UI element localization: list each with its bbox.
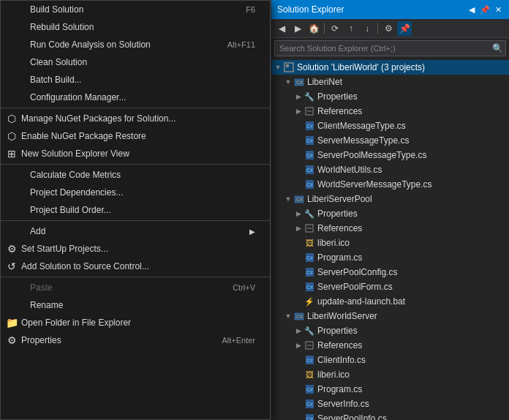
menu-item-label: Calculate Code Metrics <box>30 170 121 180</box>
properties-icon: 🔧 <box>303 208 315 220</box>
tree-item-worldservermsg[interactable]: C# WorldServerMessageType.cs <box>271 177 509 192</box>
submenu-arrow: ▶ <box>249 228 255 236</box>
properties-icon: 🔧 <box>303 91 315 102</box>
tree-item-label: ServerPoolForm.cs <box>317 282 506 292</box>
menu-run-code-analysis[interactable]: Run Code Analysis on Solution Alt+F11 <box>1 36 270 53</box>
tree-item-liberiserverpool-ico[interactable]: 🖼 liberi.ico <box>271 236 509 250</box>
cs-file-icon: C# <box>303 398 315 410</box>
cs-file-icon: C# <box>303 120 315 132</box>
tree-item-servermsg[interactable]: C# ServerMessageType.cs <box>271 133 509 148</box>
separator-1 <box>1 108 270 108</box>
search-icon: 🔍 <box>492 43 503 53</box>
tree-item-worldnet[interactable]: C# WorldNetUtils.cs <box>271 162 509 177</box>
cs-file-icon: C# <box>303 252 315 263</box>
sync-button[interactable]: ⟳ <box>328 21 342 36</box>
menu-item-label: Configuration Manager... <box>30 92 126 102</box>
svg-text:C#: C# <box>306 124 313 129</box>
menu-build-solution[interactable]: Build Solution F6 <box>1 1 270 18</box>
cs-file-icon: C# <box>303 164 315 176</box>
tree-item-liberiworldserver[interactable]: ▼ C# LiberiWorldServer <box>271 309 509 323</box>
tree-item-liberiworldserver-clientinfo[interactable]: C# ClientInfo.cs <box>271 353 509 367</box>
tree-item-liberinet[interactable]: ▼ C# LiberiNet <box>271 75 509 89</box>
tree-item-label: ServerPoolConfig.cs <box>317 267 506 277</box>
svg-text:C#: C# <box>306 168 313 173</box>
pin-active-button[interactable]: 📌 <box>397 21 412 36</box>
tree-item-liberiworldserver-props[interactable]: ▶ 🔧 Properties <box>271 323 509 338</box>
home-button[interactable]: 🏠 <box>306 21 321 36</box>
menu-open-folder[interactable]: 📁 Open Folder in File Explorer <box>1 314 270 331</box>
tree-item-liberiworldserver-serverinfo[interactable]: C# ServerInfo.cs <box>271 397 509 411</box>
se-title: Solution Explorer <box>277 4 344 15</box>
tree-item-liberiserverpool-config[interactable]: C# ServerPoolConfig.cs <box>271 265 509 280</box>
tree-item-solution[interactable]: ▼ Solution 'LiberiWorld' (3 projects) <box>271 60 509 75</box>
expand-arrow: ▶ <box>293 108 303 115</box>
menu-new-se-view[interactable]: ⊞ New Solution Explorer View <box>1 145 270 162</box>
nuget2-icon: ⬡ <box>5 130 18 143</box>
tree-item-label: liberi.ico <box>317 238 506 248</box>
tree-item-liberiserverpool-props[interactable]: ▶ 🔧 Properties <box>271 206 509 221</box>
tree-item-liberiserverpool-program[interactable]: C# Program.cs <box>271 250 509 265</box>
menu-paste[interactable]: Paste Ctrl+V <box>1 279 270 296</box>
menu-rebuild-solution[interactable]: Rebuild Solution <box>1 18 270 36</box>
forward-button[interactable]: ▶ <box>290 21 305 36</box>
separator-2 <box>1 164 270 165</box>
tree-item-label: Solution 'LiberiWorld' (3 projects) <box>297 62 506 72</box>
svg-text:C#: C# <box>306 153 313 158</box>
svg-text:C#: C# <box>306 182 313 187</box>
menu-batch-build[interactable]: Batch Build... <box>1 71 270 89</box>
tree-item-liberiserverpool[interactable]: ▼ C# LiberiServerPool <box>271 192 509 206</box>
tree-item-liberiserverpool-form[interactable]: C# ServerPoolForm.cs <box>271 280 509 294</box>
tree-item-liberiserverpool-refs[interactable]: ▶ References <box>271 221 509 236</box>
se-pin-dock-button[interactable]: 📌 <box>480 4 490 15</box>
tree-item-liberiworldserver-program[interactable]: C# Program.cs <box>271 382 509 397</box>
settings-button[interactable]: ⚙ <box>381 21 396 36</box>
menu-rename[interactable]: Rename <box>1 296 270 314</box>
tree-item-liberiworldserver-ico[interactable]: 🖼 liberi.ico <box>271 367 509 382</box>
back-button[interactable]: ◀ <box>274 21 289 36</box>
menu-item-label: Run Code Analysis on Solution <box>30 40 151 50</box>
menu-project-build-order[interactable]: Project Build Order... <box>1 201 270 219</box>
menu-config-manager[interactable]: Configuration Manager... <box>1 89 270 106</box>
tree-item-liberiworldserver-serverpoolinfo[interactable]: C# ServerPoolInfo.cs <box>271 411 509 420</box>
tree-item-serverpoolmsg[interactable]: C# ServerPoolMessageType.cs <box>271 148 509 162</box>
cs-file-icon: C# <box>303 354 315 366</box>
menu-item-label: Manage NuGet Packages for Solution... <box>21 113 176 124</box>
menu-item-label: Clean Solution <box>30 57 87 67</box>
references-icon <box>303 105 315 117</box>
next-button[interactable]: ↓ <box>360 21 374 36</box>
tree-item-label: LiberiServerPool <box>307 194 506 204</box>
search-input[interactable] <box>274 40 506 56</box>
menu-calculate-metrics[interactable]: Calculate Code Metrics <box>1 166 270 184</box>
tree-item-liberiworldserver-refs[interactable]: ▶ References <box>271 338 509 353</box>
project-icon: C# <box>293 193 305 205</box>
menu-set-startup[interactable]: ⚙ Set StartUp Projects... <box>1 240 270 258</box>
tree-item-label: Program.cs <box>317 252 506 263</box>
svg-text:C#: C# <box>296 314 303 319</box>
menu-properties[interactable]: ⚙ Properties Alt+Enter <box>1 331 270 349</box>
se-pin-button[interactable]: ◀ <box>467 4 477 15</box>
se-close-button[interactable]: ✕ <box>493 4 503 15</box>
properties-icon: ⚙ <box>5 334 18 347</box>
startup-icon: ⚙ <box>5 242 18 255</box>
tree-item-label: Properties <box>317 209 506 219</box>
menu-clean-solution[interactable]: Clean Solution <box>1 53 270 71</box>
source-control-icon: ↺ <box>5 260 18 273</box>
tree-item-clientmsg[interactable]: C# ClientMessageType.cs <box>271 119 509 133</box>
cs-file-icon: C# <box>303 149 315 161</box>
menu-manage-nuget[interactable]: ⬡ Manage NuGet Packages for Solution... <box>1 110 270 127</box>
menu-add-to-source[interactable]: ↺ Add Solution to Source Control... <box>1 258 270 275</box>
menu-add[interactable]: Add ▶ <box>1 222 270 240</box>
expand-arrow: ▶ <box>293 93 303 100</box>
svg-text:C#: C# <box>306 402 313 407</box>
menu-item-label: New Solution Explorer View <box>21 149 129 159</box>
svg-text:C#: C# <box>306 270 313 275</box>
menu-project-deps[interactable]: Project Dependencies... <box>1 184 270 201</box>
tree-item-liberinet-props[interactable]: ▶ 🔧 Properties <box>271 89 509 104</box>
prev-button[interactable]: ↑ <box>344 21 358 36</box>
tree-item-liberinet-refs[interactable]: ▶ References <box>271 104 509 119</box>
tree-item-liberiserverpool-bat[interactable]: ⚡ update-and-launch.bat <box>271 294 509 309</box>
expand-arrow: ▼ <box>283 195 293 203</box>
menu-enable-nuget[interactable]: ⬡ Enable NuGet Package Restore <box>1 127 270 145</box>
menu-item-shortcut: F6 <box>216 5 255 14</box>
se-tree: ▼ Solution 'LiberiWorld' (3 projects) ▼ … <box>271 59 509 420</box>
